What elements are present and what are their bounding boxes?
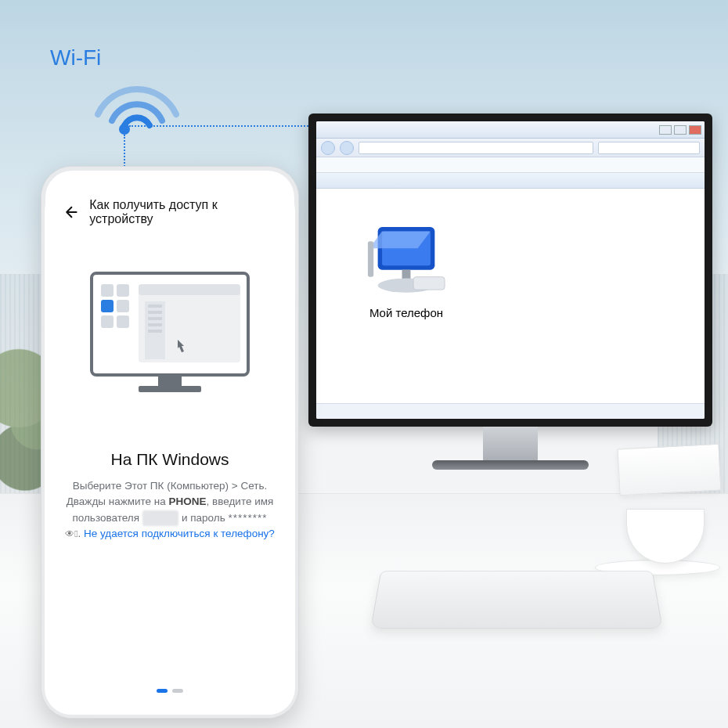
window-minimize-button[interactable] — [659, 125, 672, 135]
monitor: Мой телефон — [308, 114, 712, 450]
svg-rect-5 — [413, 277, 445, 290]
explorer-body: Мой телефон — [316, 189, 705, 403]
computer-icon — [363, 220, 449, 298]
svg-rect-14 — [117, 315, 129, 328]
window-maximize-button[interactable] — [674, 125, 687, 135]
nav-forward-button[interactable] — [340, 141, 354, 155]
svg-rect-18 — [148, 305, 162, 308]
address-input[interactable] — [359, 142, 593, 154]
svg-rect-8 — [139, 386, 201, 392]
svg-rect-9 — [101, 284, 114, 297]
eye-off-icon[interactable]: 👁⁠⃠ — [65, 528, 77, 539]
svg-rect-16 — [139, 284, 240, 295]
wifi-icon — [90, 67, 184, 130]
connection-line — [124, 135, 125, 169]
window-toolbar — [316, 173, 705, 189]
svg-rect-20 — [148, 317, 162, 320]
monitor-bezel: Мой телефон — [308, 114, 712, 427]
phone-frame: Как получить доступ к устройству — [41, 166, 299, 719]
notebook-decor — [618, 444, 722, 496]
instruction-line: и пароль — [178, 512, 228, 524]
keyboard-decor — [370, 571, 663, 629]
section-title: На ПК Windows — [62, 450, 278, 469]
search-input[interactable] — [598, 142, 700, 154]
instruction-line: пользователя — [72, 512, 142, 524]
svg-rect-22 — [148, 330, 162, 333]
svg-rect-13 — [101, 315, 114, 328]
instruction-line: , введите имя — [207, 496, 274, 507]
svg-rect-7 — [158, 375, 182, 386]
page-indicator — [62, 689, 278, 701]
network-device-item[interactable]: Мой телефон — [363, 220, 449, 319]
svg-rect-19 — [148, 311, 162, 314]
device-name-bold: PHONE — [169, 496, 207, 507]
svg-rect-21 — [148, 323, 162, 326]
window-close-button[interactable] — [689, 125, 701, 135]
wifi-dot-icon — [119, 124, 130, 135]
instruction-text: Выберите Этот ПК (Компьютер) > Сеть. Два… — [65, 478, 275, 542]
svg-rect-11 — [101, 300, 114, 312]
window-address-bar — [316, 139, 705, 157]
svg-rect-12 — [117, 300, 129, 312]
password-masked: ******** — [229, 512, 268, 524]
page-dot-1[interactable] — [157, 689, 168, 693]
instruction-line: Выберите Этот ПК (Компьютер) > Сеть. — [73, 480, 267, 492]
connection-line — [129, 125, 323, 127]
window-status-bar — [316, 403, 705, 419]
help-link[interactable]: Не удается подключиться к телефону? — [84, 528, 275, 539]
page-dot-2[interactable] — [172, 689, 183, 693]
window-menu-bar — [316, 157, 705, 173]
instruction-line: . — [78, 528, 85, 539]
monitor-base — [432, 460, 589, 470]
svg-rect-4 — [368, 241, 373, 276]
nav-back-button[interactable] — [321, 141, 335, 155]
back-arrow-icon[interactable] — [62, 204, 78, 221]
monitor-stand — [483, 427, 538, 462]
scene: Wi-Fi — [0, 0, 728, 728]
page-title: Как получить доступ к устройству — [89, 198, 278, 226]
phone-screen: Как получить доступ к устройству — [45, 184, 295, 715]
window-titlebar — [316, 121, 705, 139]
instruction-line: Дважды нажмите на — [67, 496, 169, 507]
phone-header: Как получить доступ к устройству — [62, 193, 278, 234]
explorer-window: Мой телефон — [316, 121, 705, 419]
svg-rect-10 — [117, 284, 129, 297]
device-label: Мой телефон — [363, 306, 449, 319]
username-masked: hidden — [142, 510, 179, 526]
desktop-illustration-icon — [84, 265, 256, 398]
